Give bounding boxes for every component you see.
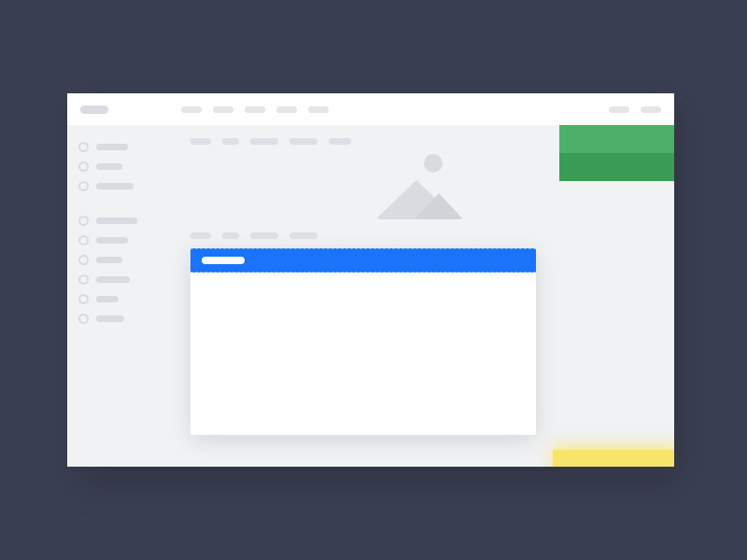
nav-item[interactable] bbox=[213, 106, 233, 113]
sidebar-item[interactable] bbox=[78, 161, 166, 172]
crumb bbox=[289, 232, 317, 239]
nav-item[interactable] bbox=[276, 106, 297, 113]
nav-item[interactable] bbox=[181, 106, 202, 113]
section-label bbox=[190, 232, 648, 239]
nav-item[interactable] bbox=[245, 106, 265, 113]
crumb[interactable] bbox=[190, 138, 211, 145]
radio-icon bbox=[78, 274, 89, 285]
sidebar-item-label bbox=[96, 144, 128, 150]
sidebar-item-label bbox=[96, 257, 122, 263]
modal-panel bbox=[190, 248, 536, 435]
sidebar-item[interactable] bbox=[78, 142, 166, 152]
modal-header[interactable] bbox=[190, 248, 536, 273]
sidebar-item[interactable] bbox=[78, 235, 166, 245]
app-window bbox=[67, 93, 674, 467]
sidebar-item[interactable] bbox=[78, 255, 166, 265]
sidebar-item[interactable] bbox=[78, 181, 166, 191]
crumb bbox=[190, 232, 211, 239]
nav-item[interactable] bbox=[609, 106, 629, 113]
radio-icon bbox=[78, 294, 89, 304]
radio-icon bbox=[78, 142, 89, 152]
radio-icon bbox=[78, 255, 89, 265]
notification-badge-green-dark[interactable] bbox=[559, 153, 674, 181]
radio-icon bbox=[78, 314, 89, 324]
radio-icon bbox=[78, 161, 89, 172]
crumb bbox=[250, 232, 278, 239]
sidebar bbox=[67, 125, 177, 467]
image-placeholder-icon bbox=[368, 154, 471, 219]
sidebar-item-label bbox=[96, 183, 134, 189]
radio-icon bbox=[78, 181, 89, 191]
sidebar-item-label bbox=[96, 163, 122, 170]
sidebar-item-label bbox=[96, 315, 124, 322]
sidebar-group-2 bbox=[78, 216, 166, 324]
main-content bbox=[177, 125, 674, 467]
crumb[interactable] bbox=[329, 138, 351, 145]
sidebar-item[interactable] bbox=[78, 314, 166, 324]
modal-title bbox=[202, 257, 245, 264]
sidebar-item-label bbox=[96, 296, 119, 302]
nav-item[interactable] bbox=[641, 106, 661, 113]
crumb bbox=[222, 232, 239, 239]
sidebar-item-label bbox=[96, 217, 137, 224]
sidebar-item-label bbox=[96, 237, 128, 244]
crumb[interactable] bbox=[289, 138, 317, 145]
nav-primary bbox=[181, 106, 329, 113]
logo[interactable] bbox=[80, 105, 108, 114]
nav-secondary bbox=[609, 106, 661, 113]
sidebar-item[interactable] bbox=[78, 216, 166, 226]
sidebar-item[interactable] bbox=[78, 294, 166, 304]
sidebar-group-1 bbox=[78, 142, 166, 191]
radio-icon bbox=[78, 216, 89, 226]
notification-badge-yellow[interactable] bbox=[553, 450, 674, 467]
sidebar-item[interactable] bbox=[78, 274, 166, 285]
sidebar-item-label bbox=[96, 276, 130, 283]
radio-icon bbox=[78, 235, 89, 245]
crumb[interactable] bbox=[222, 138, 239, 145]
crumb[interactable] bbox=[250, 138, 278, 145]
header bbox=[67, 93, 674, 125]
nav-item[interactable] bbox=[308, 106, 329, 113]
notification-badge-green[interactable] bbox=[559, 125, 674, 153]
